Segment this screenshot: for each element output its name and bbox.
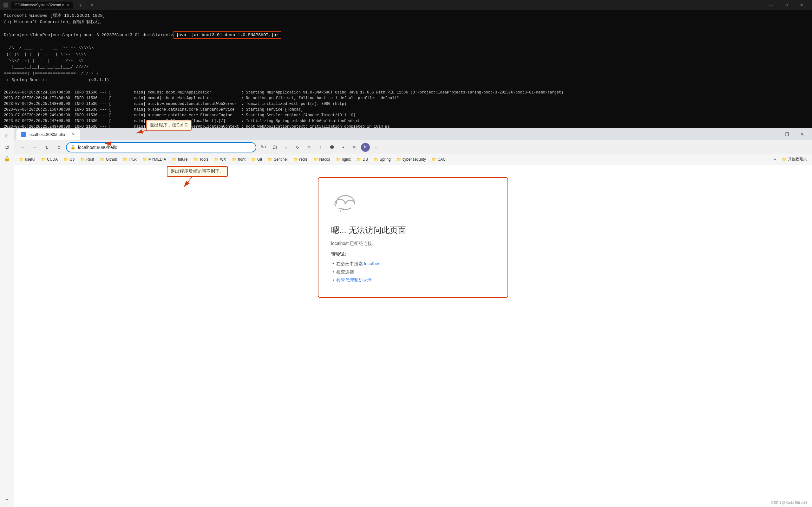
bookmark-other[interactable]: 📁 其他收藏夹	[779, 156, 809, 163]
browser-collections-icon[interactable]: 🗂	[270, 142, 280, 153]
bookmark-mymedia[interactable]: 📁 MYMEDIA	[140, 156, 169, 163]
cmd-maximize-btn[interactable]: □	[779, 0, 794, 10]
cmd-dropdown-btn[interactable]: ∨	[91, 3, 93, 8]
svg-point-5	[340, 210, 341, 212]
bookmark-folder-icon: 📁	[432, 157, 437, 162]
bookmark-linux[interactable]: 📁 linux	[120, 156, 139, 163]
bookmark-nacos[interactable]: 📁 Nacos	[311, 156, 333, 163]
browser-read-icon[interactable]: Aa	[258, 142, 268, 153]
cmd-tab-close-btn[interactable]: ✕	[66, 3, 69, 7]
bookmark-folder-icon: 📁	[214, 157, 219, 162]
browser-restore-btn[interactable]: ❐	[780, 129, 794, 139]
cmd-blank-2	[4, 83, 808, 90]
chrome-sidebar-add-icon[interactable]: ＋	[2, 494, 12, 504]
browser-favorites-icon[interactable]: ☆	[281, 142, 291, 153]
bookmark-mymedia-label: MYMEDIA	[148, 157, 166, 162]
cmd-tab[interactable]: C:\Windows\System32\cmd.e ✕	[11, 2, 73, 9]
bookmark-folder-icon: 📁	[123, 157, 128, 162]
bookmark-future[interactable]: 📁 future	[169, 156, 190, 163]
browser-home-btn[interactable]: ⌂	[54, 142, 64, 153]
browser-tab-active[interactable]: localhost:8080/hello ✕	[16, 129, 80, 140]
browser-profile-icon[interactable]: K	[361, 143, 370, 152]
bookmark-cybersec[interactable]: 📁 cyber security	[394, 156, 428, 163]
bookmark-rust-label: Rust	[86, 157, 94, 162]
bookmark-sentinel[interactable]: 📁 Sentinel	[265, 156, 290, 163]
bookmark-github-label: Github	[106, 157, 117, 162]
cmd-new-tab-btn[interactable]: ＋	[75, 2, 86, 9]
cmd-minimize-btn[interactable]: —	[764, 0, 778, 10]
cmd-log-1: 2023-07-06T20:26:24.169+08:00 INFO 11536…	[4, 90, 808, 95]
browser-sidebar-icon[interactable]: ⊞	[350, 142, 360, 153]
address-bar[interactable]: 🔒 localhost:8080/hello	[66, 142, 256, 153]
browser-tab-close-btn[interactable]: ✕	[71, 131, 75, 137]
bookmark-cac-label: CAC	[438, 157, 446, 162]
error-try-label: 请尝试:	[331, 251, 495, 257]
cmd-line-blank	[4, 26, 808, 32]
bookmark-tools[interactable]: 📁 Tools	[191, 156, 211, 163]
cmd-log-3: 2023-07-06T20:26:25.148+08:00 INFO 11536…	[4, 101, 808, 107]
bookmark-cac[interactable]: 📁 CAC	[429, 156, 448, 163]
bookmark-spring[interactable]: 📁 Spring	[371, 156, 393, 163]
bookmark-github[interactable]: 📁 Github	[97, 156, 119, 163]
error-subtitle: localhost 已拒绝连接。	[331, 241, 495, 246]
cmd-banner-6: =========|_|================|_/_/_/_/	[4, 70, 808, 77]
bookmark-front-label: front	[238, 157, 246, 162]
bookmark-db[interactable]: 📁 DB	[354, 156, 370, 163]
bookmark-cuda[interactable]: 📁 CUDA	[38, 156, 60, 163]
bookmark-folder-icon: 📁	[41, 157, 46, 162]
bookmark-wx[interactable]: 📁 WX	[212, 156, 229, 163]
svg-rect-3	[336, 204, 355, 208]
proxy-link[interactable]: 检查代理和防火墙	[336, 278, 372, 283]
bookmark-go[interactable]: 📁 Go	[61, 156, 77, 163]
cmd-banner-1	[4, 38, 808, 45]
bookmark-useful-label: useful	[25, 157, 35, 162]
bookmark-other-folder-icon: 📁	[782, 157, 786, 162]
bookmark-go-label: Go	[69, 157, 74, 162]
bookmarks-more-btn[interactable]: »	[772, 156, 778, 163]
cmd-line-1: Microsoft Windows [版本 10.0.22621.1928]	[4, 13, 808, 19]
browser-refresh2-icon[interactable]: ↻	[293, 142, 303, 153]
browser-minimize-btn[interactable]: —	[764, 129, 779, 139]
bookmark-other-label: 其他收藏夹	[788, 157, 807, 162]
browser-forward-btn[interactable]: →	[30, 142, 40, 153]
bookmark-linux-label: linux	[129, 157, 137, 162]
cmd-banner-3: (( )\__| |__| | | \'-- \\\\	[4, 51, 808, 58]
bookmark-nacos-label: Nacos	[319, 157, 330, 162]
annotation-quit-cmd: 退出程序，按Ctrl C	[146, 120, 192, 130]
cmd-tab-label: C:\Windows\System32\cmd.e	[14, 3, 64, 7]
bookmark-cuda-label: CUDA	[47, 157, 58, 162]
bookmark-git-label: Git	[257, 157, 262, 162]
browser-refresh-btn[interactable]: ↻	[42, 142, 52, 153]
bookmark-folder-icon: 📁	[251, 157, 256, 162]
bookmark-nginx[interactable]: 📁 nginx	[334, 156, 354, 163]
bookmark-front[interactable]: 📁 front	[229, 156, 248, 163]
browser-copilot-icon[interactable]: ✦	[338, 142, 348, 153]
localhost-link[interactable]: localhost	[364, 261, 382, 266]
cmd-titlebar: ⬛ C:\Windows\System32\cmd.e ✕ ＋ ∨ — □ ✕	[0, 0, 812, 10]
cmd-log-4: 2023-07-06T20:26:25.158+08:00 INFO 11536…	[4, 107, 808, 112]
browser-toolbar-icons: Aa 🗂 ☆ ↻ ⚙ ↓ ⬢ ✦ ⊞ K ⋯	[258, 142, 381, 153]
bookmark-redis[interactable]: 📁 redis	[291, 156, 310, 163]
bookmark-nginx-label: nginx	[342, 157, 351, 162]
bookmark-git[interactable]: 📁 Git	[249, 156, 264, 163]
browser-close-btn[interactable]: ✕	[795, 129, 809, 139]
error-card: 嗯... 无法访问此页面 localhost 已拒绝连接。 请尝试: 在必应中搜…	[318, 177, 508, 298]
cmd-close-btn[interactable]: ✕	[794, 0, 809, 10]
bookmark-folder-icon: 📁	[63, 157, 68, 162]
browser-download-icon[interactable]: ↓	[315, 142, 325, 153]
browser-extensions-icon[interactable]: ⬢	[327, 142, 337, 153]
annotation-quit-effect-text: 退出程序后就访问不到了。	[171, 169, 224, 174]
cmd-log-2: 2023-07-06T20:26:24.172+08:00 INFO 11536…	[4, 95, 808, 101]
browser-menu-icon[interactable]: ⋯	[371, 142, 381, 153]
address-lock-icon: 🔒	[70, 145, 75, 150]
chrome-sidebar-tab-icon[interactable]: 🗂	[2, 142, 12, 153]
chrome-sidebar-lock-icon[interactable]: 🔒	[2, 154, 12, 164]
bookmark-useful[interactable]: 📁 useful	[16, 156, 38, 163]
bookmark-folder-icon: 📁	[142, 157, 147, 162]
chrome-sidebar-home-icon[interactable]: ⊞	[2, 131, 12, 141]
browser-settings-icon[interactable]: ⚙	[304, 142, 314, 153]
browser-window: localhost:8080/hello ✕ — ❐ ✕ ← → ↻ ⌂ 🔒 l…	[14, 128, 812, 507]
bookmark-rust[interactable]: 📁 Rust	[78, 156, 97, 163]
browser-back-btn[interactable]: ←	[18, 142, 28, 153]
chrome-sidebar: ⊞ 🗂 🔒 ＋	[0, 128, 14, 507]
